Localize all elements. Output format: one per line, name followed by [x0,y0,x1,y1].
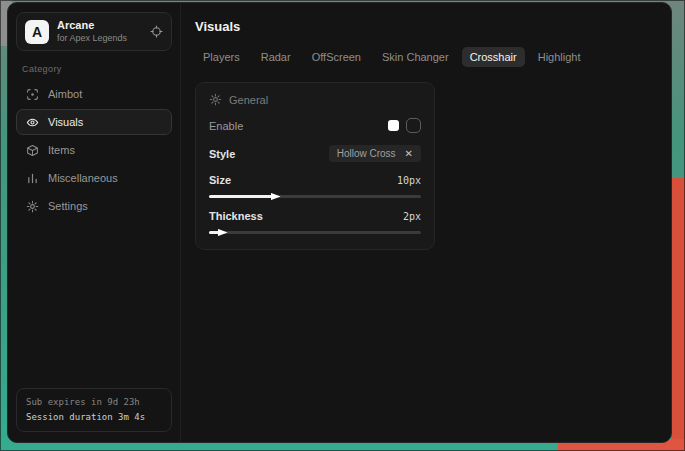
tab-bar: PlayersRadarOffScreenSkin ChangerCrossha… [195,47,657,67]
eye-icon [26,116,39,129]
thickness-slider[interactable] [209,231,421,234]
size-slider-thumb[interactable] [271,192,281,202]
sidebar-item-settings[interactable]: Settings [16,193,172,219]
tab-radar[interactable]: Radar [253,47,299,67]
size-slider[interactable] [209,195,421,198]
thickness-slider-thumb[interactable] [218,228,228,238]
equalizer-bars-icon [26,172,39,185]
app-subtitle: for Apex Legends [57,33,127,44]
panel-header: General [209,93,421,106]
main-content: Visuals PlayersRadarOffScreenSkin Change… [181,3,671,442]
tab-highlight[interactable]: Highlight [530,47,589,67]
arcane-menu-window: A Arcane for Apex Legends Category Aimbo… [7,2,672,443]
style-row: Style Hollow Cross ✕ [209,145,421,162]
size-value: 10px [397,175,421,186]
sidebar-item-visuals[interactable]: Visuals [16,109,172,135]
app-header: A Arcane for Apex Legends [16,12,172,51]
enable-label: Enable [209,120,243,132]
sidebar-item-items[interactable]: Items [16,137,172,163]
general-panel: General Enable Style Hollow Cross ✕ [195,82,435,250]
tab-players[interactable]: Players [195,47,248,67]
panel-title: General [229,94,268,106]
game-background: A Arcane for Apex Legends Category Aimbo… [0,0,685,451]
tab-skin-changer[interactable]: Skin Changer [374,47,457,67]
style-value: Hollow Cross [337,148,396,159]
size-row: Size 10px [209,174,421,186]
sidebar-item-label: Miscellaneous [48,172,118,184]
tab-crosshair[interactable]: Crosshair [462,47,525,67]
sidebar-nav: AimbotVisualsItemsMiscellaneousSettings [16,81,172,221]
session-duration-text: Session duration 3m 4s [26,410,162,424]
thickness-label: Thickness [209,210,263,222]
size-slider-fill [209,195,273,198]
enable-row: Enable [209,118,421,133]
app-name: Arcane [57,19,127,33]
size-label: Size [209,174,231,186]
clear-style-icon[interactable]: ✕ [405,149,413,159]
enable-checkbox[interactable] [406,118,421,133]
subscription-info-box: Sub expires in 9d 23h Session duration 3… [16,388,172,432]
thickness-value: 2px [403,211,421,222]
style-select[interactable]: Hollow Cross ✕ [329,145,421,162]
gear-icon [26,200,39,213]
tab-offscreen[interactable]: OffScreen [304,47,369,67]
sidebar-item-aimbot[interactable]: Aimbot [16,81,172,107]
sidebar-item-label: Items [48,144,75,156]
color-swatch[interactable] [388,120,399,131]
sidebar: A Arcane for Apex Legends Category Aimbo… [8,3,181,442]
page-title: Visuals [195,19,657,34]
sidebar-item-label: Settings [48,200,88,212]
sub-expires-text: Sub expires in 9d 23h [26,395,162,409]
target-icon[interactable] [150,25,163,38]
cube-icon [26,144,39,157]
sidebar-item-label: Visuals [48,116,83,128]
style-label: Style [209,148,235,160]
app-meta: Arcane for Apex Legends [57,19,127,44]
sidebar-item-miscellaneous[interactable]: Miscellaneous [16,165,172,191]
crosshair-frame-icon [26,88,39,101]
app-logo: A [25,20,49,44]
sidebar-item-label: Aimbot [48,88,82,100]
background-red-right [671,178,685,451]
gear-icon [209,93,222,106]
category-label: Category [22,64,166,74]
thickness-row: Thickness 2px [209,210,421,222]
